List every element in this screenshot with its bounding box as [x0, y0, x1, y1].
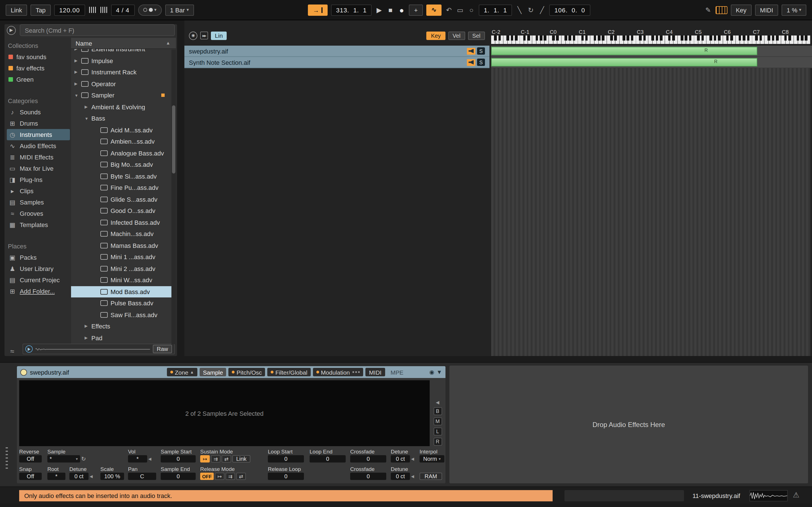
- key-zone-lane[interactable]: R: [491, 57, 812, 68]
- tab-pitch-osc[interactable]: Pitch/Osc: [229, 368, 265, 376]
- disclosure-closed-icon[interactable]: ▶: [74, 70, 81, 75]
- octave-c3[interactable]: C3: [637, 29, 665, 44]
- disclosure-closed-icon[interactable]: ▶: [85, 336, 91, 340]
- tree-item-big-mo-ss-adv[interactable]: Big Mo...ss.adv: [71, 159, 171, 170]
- display-button-r[interactable]: R: [434, 438, 442, 446]
- disclosure-closed-icon[interactable]: ▶: [74, 82, 81, 86]
- key-zone-bar[interactable]: [491, 47, 758, 55]
- play-button[interactable]: ▶: [375, 4, 383, 15]
- tree-item-mini-1-ass-adv[interactable]: Mini 1 ...ass.adv: [71, 251, 171, 263]
- nudge-up-button[interactable]: [100, 4, 107, 15]
- tree-item-saw-fil-ass-adv[interactable]: Saw Fil...ass.adv: [71, 309, 171, 321]
- nudge-down-button[interactable]: [88, 4, 96, 15]
- tree-item-external-instrument[interactable]: ▶External Instrument: [71, 49, 171, 55]
- tap-tempo-button[interactable]: Tap: [31, 4, 51, 15]
- sidebar-item-user-library[interactable]: ♟User Library: [7, 263, 70, 274]
- sidebar-item-packs[interactable]: ▣Packs: [7, 252, 70, 263]
- follow-button[interactable]: →: [308, 4, 327, 15]
- disclosure-open-icon[interactable]: ▼: [85, 117, 91, 121]
- stop-button[interactable]: ■: [387, 4, 395, 15]
- loop-forward-icon[interactable]: ⇉: [211, 455, 220, 462]
- sidebar-item-add-folder[interactable]: ⊞Add Folder...: [7, 286, 70, 297]
- computer-midi-keyboard-button[interactable]: [716, 6, 727, 14]
- collection-item-fav-sounds[interactable]: fav sounds: [7, 51, 70, 62]
- browser-preview-toggle[interactable]: ▶: [7, 25, 16, 35]
- search-input[interactable]: Search (Cmd + F): [20, 24, 175, 36]
- value-box[interactable]: 0: [350, 473, 386, 480]
- collection-item-green[interactable]: Green: [7, 74, 70, 85]
- key-zone-bar[interactable]: [491, 58, 758, 66]
- loop-off-icon[interactable]: ↦: [215, 473, 224, 480]
- loop-length-display[interactable]: 106. 0. 0: [550, 4, 591, 15]
- slider-arrow-icon[interactable]: ◀: [411, 457, 414, 461]
- tab-filter-global[interactable]: Filter/Global: [267, 368, 311, 376]
- capture-midi-button[interactable]: ○: [467, 4, 475, 15]
- arrangement-position-display[interactable]: 313. 1. 1: [331, 4, 372, 15]
- tree-item-pad[interactable]: ▶Pad: [71, 332, 171, 344]
- control-snap[interactable]: SnapOff: [19, 466, 42, 480]
- sidebar-item-grooves[interactable]: ≈Grooves: [7, 208, 70, 219]
- control-release-loop[interactable]: Release Loop0: [268, 466, 304, 480]
- sidebar-item-midi-effects[interactable]: ≣MIDI Effects: [7, 152, 70, 163]
- slider-arrow-icon[interactable]: ◀: [411, 474, 414, 478]
- collection-item-fav-effects[interactable]: fav effects: [7, 62, 70, 74]
- value-box[interactable]: C: [128, 473, 156, 480]
- tree-item-analog-ue-bass-adv[interactable]: Analog­ue Bass.adv: [71, 147, 171, 159]
- key-zones-button[interactable]: Key: [426, 31, 445, 40]
- tab-midi[interactable]: MIDI: [366, 368, 385, 376]
- follow-playback-button[interactable]: ▸▸: [200, 32, 208, 40]
- punch-out-button[interactable]: ╱: [538, 4, 546, 15]
- save-preset-icon[interactable]: ▼: [437, 369, 442, 375]
- tree-item-infected-bass-adv[interactable]: Infected Bass.adv: [71, 217, 171, 228]
- value-box[interactable]: Off: [19, 473, 42, 480]
- tab-modulation[interactable]: Modulation: [313, 368, 363, 376]
- disclosure-closed-icon[interactable]: ▶: [74, 59, 81, 63]
- hot-swap-icon[interactable]: ◉: [429, 369, 434, 375]
- punch-in-button[interactable]: ╲: [516, 4, 523, 15]
- sel-zones-button[interactable]: Sel: [468, 31, 485, 40]
- drop-audio-effects-area[interactable]: Drop Audio Effects Here: [449, 365, 808, 483]
- tree-item-fine-pu-ass-adv[interactable]: Fine Pu...ass.adv: [71, 182, 171, 193]
- tempo-field[interactable]: 120.00: [54, 4, 85, 15]
- control-crossfade[interactable]: Crossfade0: [350, 448, 386, 462]
- display-button-b[interactable]: B: [434, 407, 442, 415]
- slider-arrow-icon[interactable]: ◀: [148, 457, 151, 461]
- hot-swap-icon[interactable]: ↻: [81, 456, 86, 462]
- tree-item-mini-2-ass-adv[interactable]: Mini 2 ...ass.adv: [71, 263, 171, 274]
- value-box[interactable]: OFF: [200, 473, 214, 480]
- sidebar-item-current-projec[interactable]: ▤Current Projec: [7, 274, 70, 286]
- sample-name-cell[interactable]: Synth Note Section.aifS: [185, 57, 490, 68]
- value-box[interactable]: Off: [19, 455, 42, 462]
- disclosure-closed-icon[interactable]: ▶: [74, 49, 81, 52]
- device-title-bar[interactable]: swepdustry.aif Zone▲SamplePitch/OscFilte…: [17, 366, 446, 378]
- sidebar-item-max-for-live[interactable]: ▭Max for Live: [7, 163, 70, 174]
- value-box[interactable]: 0: [161, 473, 196, 480]
- control-reverse[interactable]: ReverseOff: [19, 448, 42, 462]
- tree-item-ambien-ss-adv[interactable]: Ambien...ss.adv: [71, 136, 171, 147]
- sidebar-item-drums[interactable]: ⊞Drums: [7, 118, 70, 129]
- control-root[interactable]: Root*: [47, 466, 65, 480]
- tree-item-mamas-bass-adv[interactable]: Mamas Bass.adv: [71, 240, 171, 251]
- sidebar-item-plug-ins[interactable]: ◨Plug-Ins: [7, 174, 70, 185]
- midi-map-button[interactable]: MIDI: [755, 4, 778, 15]
- value-box[interactable]: *▾: [47, 455, 80, 462]
- tree-item-bass[interactable]: ▼Bass: [71, 113, 171, 124]
- tree-item-mod-bass-adv[interactable]: Mod Bass.adv: [71, 286, 171, 297]
- link-button[interactable]: Link: [6, 4, 27, 15]
- record-button[interactable]: ●: [398, 4, 406, 15]
- speaker-icon[interactable]: [467, 59, 475, 66]
- device-drag-handle[interactable]: [6, 447, 8, 470]
- sample-name-cell[interactable]: swepdustry.aifS: [185, 46, 490, 57]
- value-box[interactable]: 0 ct: [391, 455, 410, 462]
- control-sample[interactable]: Sample*▾↻: [47, 448, 86, 462]
- octave-c4[interactable]: C4: [665, 29, 694, 44]
- quantize-menu[interactable]: 1 Bar ▾: [165, 4, 194, 15]
- tree-item-operator[interactable]: ▶Operator: [71, 78, 171, 90]
- octave-c5[interactable]: C5: [694, 29, 723, 44]
- cpu-meter[interactable]: 1 % ▾: [781, 4, 806, 15]
- slider-arrow-icon[interactable]: ◀: [90, 474, 93, 478]
- key-map-button[interactable]: Key: [731, 4, 752, 15]
- control-loop-start[interactable]: Loop Start0: [268, 448, 304, 462]
- collections-header[interactable]: Collections: [8, 42, 70, 49]
- tree-item-instrument-rack[interactable]: ▶Instrument Rack: [71, 66, 171, 78]
